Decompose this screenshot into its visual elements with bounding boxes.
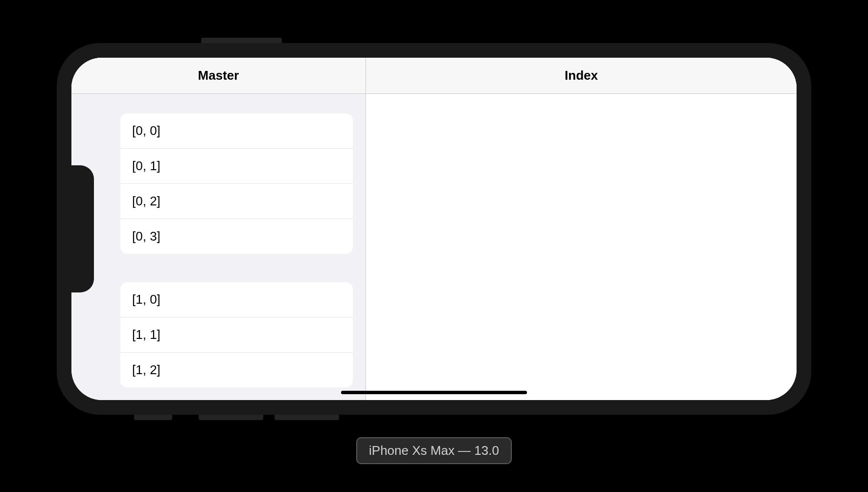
side-button-top bbox=[201, 38, 282, 43]
table-row[interactable]: [0, 3] bbox=[120, 219, 353, 254]
detail-panel: Index bbox=[366, 58, 797, 400]
master-title: Master bbox=[198, 68, 239, 83]
side-button-vol-down bbox=[274, 415, 339, 420]
table-row[interactable]: [1, 2] bbox=[120, 353, 353, 387]
table-row[interactable]: [0, 0] bbox=[120, 113, 353, 149]
home-indicator[interactable] bbox=[341, 391, 527, 394]
device-frame: Master [0, 0] [0, 1] [0, 2] [0, 3] [1, 0… bbox=[57, 43, 811, 415]
detail-navbar: Index bbox=[366, 58, 797, 94]
device-screen: Master [0, 0] [0, 1] [0, 2] [0, 3] [1, 0… bbox=[71, 58, 797, 400]
table-row[interactable]: [1, 1] bbox=[120, 317, 353, 353]
side-button-mute bbox=[134, 415, 172, 420]
table-section-0: [0, 0] [0, 1] [0, 2] [0, 3] bbox=[120, 113, 353, 254]
device-notch bbox=[71, 165, 94, 292]
table-row[interactable]: [1, 0] bbox=[120, 282, 353, 317]
table-section-1: [1, 0] [1, 1] [1, 2] bbox=[120, 282, 353, 387]
master-table[interactable]: [0, 0] [0, 1] [0, 2] [0, 3] [1, 0] [1, 1… bbox=[71, 94, 365, 400]
side-button-vol-up bbox=[199, 415, 263, 420]
master-panel: Master [0, 0] [0, 1] [0, 2] [0, 3] [1, 0… bbox=[71, 58, 366, 400]
table-row[interactable]: [0, 1] bbox=[120, 149, 353, 184]
table-row[interactable]: [0, 2] bbox=[120, 184, 353, 219]
master-navbar: Master bbox=[71, 58, 365, 94]
device-label: iPhone Xs Max — 13.0 bbox=[356, 437, 512, 464]
detail-title: Index bbox=[565, 68, 598, 83]
